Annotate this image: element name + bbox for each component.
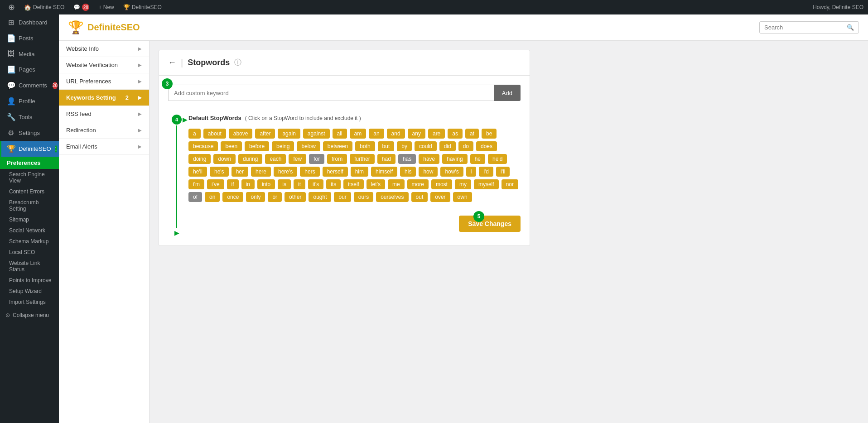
sub-item-setup-wizard[interactable]: Setup Wizard <box>0 286 59 297</box>
sec-nav-rss-feed[interactable]: RSS feed ▶ <box>59 106 149 122</box>
stopword-tag[interactable]: herself <box>323 167 348 177</box>
stopword-tag[interactable]: itself <box>343 179 364 189</box>
stopword-tag[interactable]: any <box>408 129 425 139</box>
stopword-tag[interactable]: could <box>415 141 437 151</box>
sub-item-content-errors[interactable]: Content Errors <box>0 186 59 197</box>
stopword-tag[interactable]: further <box>350 154 375 164</box>
stopword-tag[interactable]: how <box>419 167 438 177</box>
back-button[interactable]: ← <box>168 58 176 67</box>
stopword-tag[interactable]: few <box>289 154 306 164</box>
stopword-tag[interactable]: by <box>397 141 412 151</box>
stopword-tag[interactable]: me <box>388 179 405 189</box>
sidebar-item-definiteseo[interactable]: 🏆 DefiniteSEO 1 <box>0 141 59 157</box>
stopword-tag[interactable]: here <box>251 167 271 177</box>
stopword-tag[interactable]: all <box>333 129 347 139</box>
sec-nav-keywords-setting[interactable]: Keywords Setting 2 ▶ <box>59 90 149 106</box>
stopword-tag[interactable]: ought <box>309 192 331 202</box>
sec-nav-email-alerts[interactable]: Email Alerts ▶ <box>59 139 149 155</box>
stopword-tag[interactable]: his <box>400 167 416 177</box>
sub-item-breadcrumb[interactable]: Breadcrumb Setting <box>0 197 59 214</box>
sidebar-item-posts[interactable]: 📄 Posts <box>0 30 59 46</box>
stopword-tag[interactable]: over <box>430 192 450 202</box>
keyword-input[interactable] <box>168 85 494 101</box>
sub-item-import-settings[interactable]: Import Settings <box>0 297 59 308</box>
stopword-tag[interactable]: above <box>229 129 253 139</box>
stopword-tag[interactable]: i'd <box>479 167 493 177</box>
stopword-tag[interactable]: more <box>407 179 429 189</box>
stopword-tag[interactable]: are <box>428 129 445 139</box>
stopword-tag[interactable]: i <box>466 167 477 177</box>
stopword-tag[interactable]: let's <box>366 179 385 189</box>
stopword-tag[interactable]: he'll <box>188 167 207 177</box>
stopword-tag[interactable]: himself <box>371 167 397 177</box>
stopword-tag[interactable]: against <box>303 129 330 139</box>
stopword-tag[interactable]: once <box>222 192 243 202</box>
stopword-tag[interactable]: in <box>241 179 255 189</box>
sub-item-search-engine-view[interactable]: Search Engine View <box>0 169 59 186</box>
sidebar-item-media[interactable]: 🖼 Media <box>0 46 59 62</box>
stopword-tag[interactable]: at <box>465 129 479 139</box>
stopword-tag[interactable]: down <box>213 154 236 164</box>
stopword-tag[interactable]: own <box>453 192 472 202</box>
stopword-tag[interactable]: ourselves <box>376 192 408 202</box>
save-changes-button[interactable]: Save Changes <box>459 216 521 232</box>
collapse-menu-btn[interactable]: ⊙ Collapse menu <box>0 308 59 323</box>
stopword-tag[interactable]: my <box>455 179 471 189</box>
stopword-tag[interactable]: have <box>419 154 439 164</box>
stopword-tag[interactable]: both <box>355 141 375 151</box>
stopword-tag[interactable]: it's <box>308 179 323 189</box>
stopword-tag[interactable]: of <box>188 192 202 202</box>
stopword-tag[interactable]: a <box>188 129 201 139</box>
stopword-tag[interactable]: been <box>221 141 242 151</box>
stopword-tag[interactable]: our <box>334 192 351 202</box>
sec-nav-redirection[interactable]: Redirection ▶ <box>59 122 149 139</box>
stopword-tag[interactable]: hers <box>300 167 319 177</box>
stopword-tag[interactable]: be <box>482 129 497 139</box>
sidebar-item-settings[interactable]: ⚙ Settings <box>0 125 59 141</box>
stopword-tag[interactable]: before <box>245 141 269 151</box>
sub-item-points-to-improve[interactable]: Points to Improve <box>0 275 59 286</box>
stopword-tag[interactable]: during <box>238 154 262 164</box>
stopword-tag[interactable]: i'll <box>496 167 510 177</box>
stopword-tag[interactable]: each <box>265 154 286 164</box>
stopword-tag[interactable]: being <box>272 141 294 151</box>
stopword-tag[interactable]: has <box>398 154 416 164</box>
stopword-tag[interactable]: again <box>278 129 300 139</box>
stopword-tag[interactable]: him <box>351 167 368 177</box>
sub-item-sitemap[interactable]: Sitemap <box>0 214 59 225</box>
stopword-tag[interactable]: from <box>327 154 347 164</box>
sidebar-item-pages[interactable]: 📃 Pages <box>0 62 59 77</box>
stopword-tag[interactable]: other <box>285 192 306 202</box>
stopword-tag[interactable]: he'd <box>488 154 507 164</box>
sec-nav-website-verification[interactable]: Website Verification ▶ <box>59 57 149 73</box>
sub-item-social-network[interactable]: Social Network <box>0 225 59 236</box>
sub-item-schema-markup[interactable]: Schema Markup <box>0 236 59 247</box>
sec-nav-website-info[interactable]: Website Info ▶ <box>59 41 149 57</box>
stopword-tag[interactable]: having <box>442 154 467 164</box>
sidebar-item-tools[interactable]: 🔧 Tools <box>0 109 59 125</box>
stopword-tag[interactable]: nor <box>502 179 518 189</box>
stopword-tag[interactable]: if <box>227 179 239 189</box>
sec-nav-url-preferences[interactable]: URL Preferences ▶ <box>59 73 149 90</box>
sub-item-website-link-status[interactable]: Website Link Status <box>0 258 59 275</box>
stopword-tag[interactable]: her <box>231 167 248 177</box>
sidebar-item-preferences[interactable]: Preferences <box>0 157 59 169</box>
stopword-tag[interactable]: out <box>411 192 428 202</box>
stopword-tag[interactable]: or <box>268 192 282 202</box>
sidebar-item-dashboard[interactable]: ⊞ Dashboard <box>0 14 59 30</box>
new-bar-item[interactable]: + New <box>95 0 117 14</box>
stopword-tag[interactable]: about <box>203 129 226 139</box>
sidebar-item-profile[interactable]: 👤 Profile <box>0 93 59 109</box>
plugin-bar-item[interactable]: 🏆 DefiniteSEO <box>120 0 165 14</box>
stopword-tag[interactable]: he <box>470 154 485 164</box>
stopword-tag[interactable]: myself <box>474 179 499 189</box>
help-icon[interactable]: ⓘ <box>234 58 241 67</box>
stopword-tag[interactable]: most <box>431 179 452 189</box>
stopword-tag[interactable]: here's <box>274 167 297 177</box>
stopword-tag[interactable]: it <box>294 179 305 189</box>
stopword-tag[interactable]: an <box>369 129 384 139</box>
stopword-tag[interactable]: he's <box>210 167 229 177</box>
stopword-tag[interactable]: do <box>458 141 473 151</box>
stopword-tag[interactable]: had <box>377 154 395 164</box>
stopword-tag[interactable]: between <box>323 141 352 151</box>
